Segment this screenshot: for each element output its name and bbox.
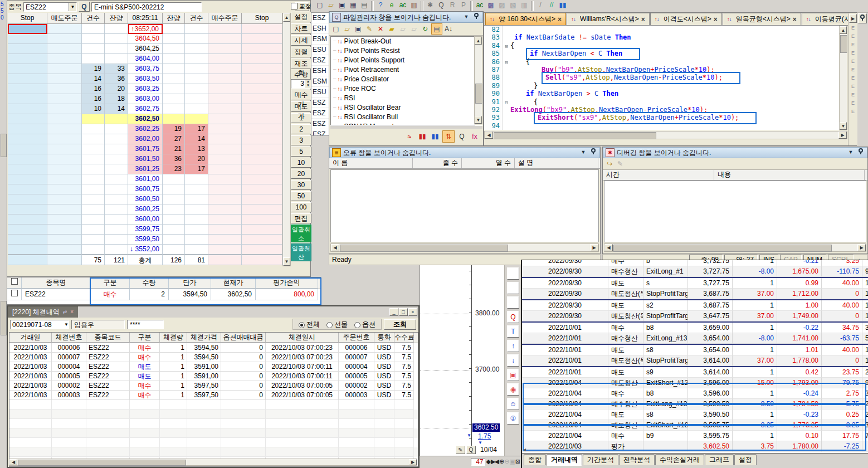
ladder-buyOrd-cell[interactable] (208, 24, 242, 34)
ladder-buyOrd-cell[interactable] (208, 44, 242, 54)
autocomplete-icon[interactable]: ac (474, 0, 485, 11)
ladder-stopR-cell[interactable] (242, 144, 282, 154)
spellcheck-icon[interactable]: ac (397, 0, 408, 11)
open-file-icon[interactable]: ▱ (325, 0, 337, 11)
ladder-sQty-cell[interactable] (105, 225, 128, 235)
symbol-strip-item[interactable]: ESZ (311, 13, 329, 23)
minimize-icon[interactable]: _ (389, 308, 398, 316)
ladder-price-cell[interactable]: 3603,00 (128, 94, 163, 104)
side-button-설정[interactable]: 설정 (291, 12, 311, 22)
code-line[interactable]: 88Sell("s9",AtStop,NextBarOpen-PriceScal… (484, 74, 839, 81)
ladder-sCnt-cell[interactable] (82, 245, 105, 255)
ladder-bCnt-cell[interactable] (185, 235, 208, 245)
fold-minus-icon[interactable]: ⊟ (505, 60, 508, 65)
ladder-stopL-cell[interactable] (8, 24, 47, 34)
radio-전체[interactable]: 전체 (299, 320, 320, 329)
editor-tab[interactable]: ↑↓Williams'R<시스템>× (567, 13, 650, 25)
ladder-buyOrd-cell[interactable] (208, 54, 242, 64)
price-row[interactable]: 3602,251917 (8, 124, 282, 134)
execution-row[interactable]: 2022/10/03000005ESZ22매도13591,0002022/10/… (9, 372, 418, 381)
exec-col-header[interactable]: 체결가격 (187, 333, 221, 343)
ladder-buyOrd-cell[interactable] (208, 184, 242, 194)
diamond-icon[interactable]: ◆ (486, 458, 490, 465)
price-row[interactable]: 3601,752113 (8, 144, 282, 154)
scroll-left-icon[interactable]: ◀ (604, 244, 613, 251)
compile-icon[interactable]: ▨ (496, 0, 508, 11)
folder-disabled-icon[interactable]: ▱ (398, 24, 408, 34)
maximize-icon[interactable]: □ (399, 308, 408, 316)
ladder-stopL-cell[interactable] (8, 84, 47, 94)
qty-preset-button-5[interactable]: 5 (291, 147, 311, 157)
trade-row[interactable]: 2022/10/04매수청산ExitLong_#133,590.50-8.501… (522, 399, 868, 410)
code-line[interactable]: 93ExitShort("sx9",AtStop,NextBarOpen+Pri… (484, 114, 839, 121)
ladder-buyOrd-cell[interactable] (208, 64, 242, 74)
ladder-sellOrd-cell[interactable] (47, 64, 82, 74)
scroll-up-icon[interactable]: ▲ (840, 26, 847, 34)
ladder-sQty-cell[interactable]: 33 (105, 64, 128, 74)
ladder-bCnt-cell[interactable] (185, 54, 208, 64)
analysis-tab-설정[interactable]: 설정 (734, 454, 757, 465)
analysis-tab-전략분석[interactable]: 전략분석 (619, 454, 655, 465)
panel-menu-icon[interactable]: ▼ (462, 13, 470, 21)
analysis-chart-icon[interactable]: ≈ (404, 131, 415, 142)
ladder-bQty-cell[interactable] (163, 204, 185, 214)
step-icon[interactable]: ↪ (605, 159, 614, 168)
find-icon[interactable]: Q (436, 0, 447, 11)
ladder-buyOrd-cell[interactable] (208, 174, 242, 184)
ladder-sQty-cell[interactable] (105, 204, 128, 214)
ladder-bCnt-cell[interactable] (185, 214, 208, 225)
ladder-bQty-cell[interactable] (163, 114, 185, 124)
ladder-price-cell[interactable]: 3601,25 (128, 164, 163, 174)
price-row[interactable]: 3599,50 (8, 235, 282, 245)
trade-row[interactable]: 2022/09/30매도s3,727.7510.9940.00100 (522, 277, 868, 289)
trade-row[interactable]: 2022/10/01매수청산ExitLong_#133,654.00-8.001… (522, 333, 868, 344)
price-row[interactable]: 3599,75 (8, 225, 282, 235)
print-icon[interactable]: ▤ (359, 0, 370, 11)
price-row[interactable]: 3601,252317 (8, 164, 282, 174)
ladder-sellOrd-cell[interactable] (47, 44, 82, 54)
ladder-sQty-cell[interactable] (105, 54, 128, 64)
ladder-bCnt-cell[interactable] (185, 104, 208, 114)
close-all-button[interactable]: 일괄청산 (291, 243, 311, 261)
ladder-sQty-cell[interactable] (105, 214, 128, 225)
uncomment-icon[interactable]: // (546, 0, 557, 11)
ladder-price-cell[interactable]: 3600,50 (128, 194, 163, 204)
ladder-bCnt-cell[interactable] (185, 225, 208, 235)
expand-right-icon[interactable]: ▶ (849, 14, 857, 23)
export-icon[interactable]: ▥ (519, 0, 530, 11)
scroll-right-icon[interactable]: ▶ (590, 244, 598, 251)
ladder-price-cell[interactable]: 3603,75 (128, 64, 163, 74)
scroll-right-icon[interactable]: ▶ (857, 244, 866, 251)
refresh-icon[interactable]: ↻ (420, 24, 430, 34)
select-all-cell[interactable] (7, 277, 22, 289)
ladder-bQty-cell[interactable]: 36 (163, 154, 185, 164)
trade-row[interactable]: 2022/10/01매도s83,654.0011.0140.00100 (522, 344, 868, 355)
execution-row[interactable]: 2022/10/03000003ESZ22매수13597,5002022/10/… (9, 391, 418, 400)
ladder-sellOrd-cell[interactable] (47, 144, 82, 154)
debug-col-header[interactable]: 시간 (603, 170, 714, 180)
exec-col-header[interactable]: 체결일시 (266, 333, 339, 343)
ladder-bQty-cell[interactable]: 27 (163, 134, 185, 144)
ladder-stopR-cell[interactable] (242, 225, 282, 235)
ladder-sellOrd-cell[interactable] (47, 184, 82, 194)
trade-row[interactable]: 2022/10/04매수b83,596.001-0.242.7532 (522, 388, 868, 399)
ladder-bCnt-cell[interactable] (185, 74, 208, 84)
ladder-bCnt-cell[interactable] (185, 34, 208, 44)
ladder-sCnt-cell[interactable] (82, 44, 105, 54)
pattern-d-icon[interactable] (507, 267, 519, 280)
error-col-header[interactable]: 이 름 (329, 158, 413, 168)
ladder-stopL-cell[interactable] (8, 184, 47, 194)
buy-price-button[interactable]: 매수가 (291, 90, 311, 100)
ladder-sQty-cell[interactable]: 14 (105, 104, 128, 114)
ladder-stopL-cell[interactable] (8, 214, 47, 225)
sell-price-button[interactable]: 매도가 (291, 101, 311, 112)
price-row[interactable]: 3600,25 (8, 204, 282, 214)
sort-az-icon[interactable]: A↓ (443, 24, 453, 34)
ladder-sCnt-cell[interactable]: 14 (82, 74, 105, 84)
ladder-sQty-cell[interactable]: 36 (105, 74, 128, 84)
ladder-stopL-cell[interactable] (8, 44, 47, 54)
ladder-stopL-cell[interactable] (8, 245, 47, 255)
ladder-sCnt-cell[interactable] (82, 174, 105, 184)
code-line[interactable]: 90if NextBarOpen > C Then (484, 90, 839, 98)
ladder-buyOrd-cell[interactable] (208, 214, 242, 225)
